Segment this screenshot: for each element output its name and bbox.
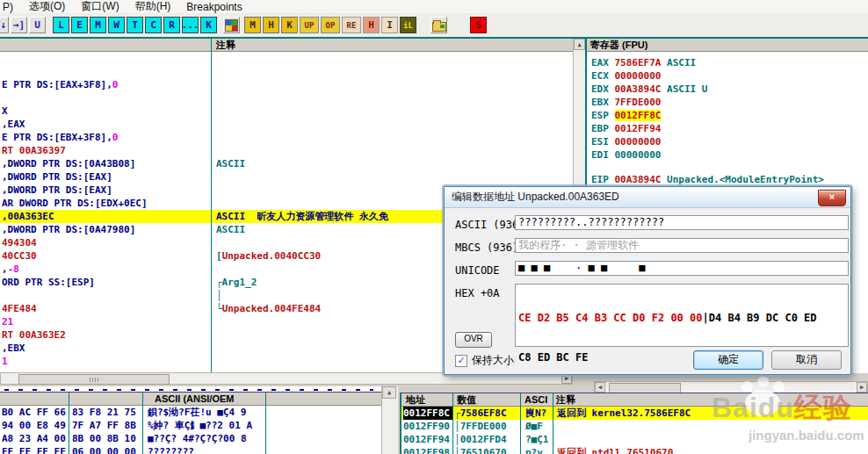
scroll-up-icon[interactable]: ▲ — [382, 386, 396, 399]
comment-segment: ┌Arg1_2 — [216, 277, 257, 288]
toolbar-button-step-over[interactable]: →] — [11, 17, 27, 33]
keep-size-checkbox-row: ✓ 保持大小 — [455, 353, 514, 368]
disasm-row[interactable] — [0, 91, 573, 104]
toolbar-button-more[interactable]: ... — [182, 17, 199, 33]
disasm-row[interactable]: X — [0, 104, 573, 118]
register-row-edx[interactable]: EDX 00A3894C ASCII U — [587, 83, 868, 96]
comment-segment: ASCII — [216, 158, 245, 169]
stack-row[interactable]: 0012FF94│0012FFD4?■Ç1 — [401, 433, 868, 446]
dump-divider — [69, 392, 69, 454]
close-icon[interactable]: × — [818, 190, 846, 206]
toolbar-button-handles[interactable]: H — [263, 17, 279, 33]
unicode-field[interactable]: ■ ■ ■ · ■ ■ ■ — [515, 261, 849, 276]
disasm-row[interactable]: E PTR DS:[EAX+3F8],0 — [0, 78, 573, 91]
stack-ascii: Ø■F — [525, 420, 554, 433]
register-row-esp[interactable]: ESP 0012FF8C — [587, 109, 868, 122]
register-spacer — [587, 162, 868, 173]
register-value: 00000000 — [615, 149, 662, 161]
disasm-code: RT 00A363E2 — [2, 328, 66, 342]
dump-row[interactable]: FF FF FF FF06 00 00 00???????? — [0, 445, 381, 454]
disasm-row[interactable]: ,EAX — [0, 118, 573, 131]
keep-size-label: 保持大小 — [472, 353, 514, 368]
toolbar-button-s[interactable]: S — [470, 17, 487, 33]
disassembly-hscroll-thumb[interactable] — [18, 374, 170, 385]
menu-item-options[interactable]: 选项(O) — [21, 0, 73, 14]
register-row-eip[interactable]: EIP 00A3894C Unpacked.<ModuleEntryPoint> — [587, 173, 868, 186]
toolbar-button-windows[interactable]: W — [108, 17, 125, 33]
hex-edit-field[interactable]: CE D2 B5 C4 B3 CC D0 F2 00 00|D4 B4 B9 D… — [515, 284, 849, 347]
toolbar-button-k2[interactable]: K — [281, 17, 298, 33]
register-row-eax[interactable]: EAX 7586EF7A ASCII — [587, 56, 868, 69]
disasm-row[interactable]: ,DWORD PTR DS:[EAX] — [0, 170, 573, 184]
toolbar-button-m2[interactable]: M — [244, 17, 261, 33]
toolbar-button-op[interactable]: OP — [321, 17, 340, 33]
toolbar-button-threads[interactable]: T — [127, 17, 143, 33]
checkbox-checked-icon[interactable]: ✓ — [455, 355, 467, 367]
menu-item-window[interactable]: 窗口(W) — [73, 0, 127, 14]
register-row-edi[interactable]: EDI 00000000 — [587, 148, 868, 162]
disasm-row[interactable]: RT 00A36397 — [0, 144, 573, 157]
toolbar-button-il[interactable]: iL — [400, 17, 416, 33]
menu-item-breakpoints[interactable]: Breakpoints — [178, 1, 250, 13]
code-segment: 494304 — [2, 237, 37, 249]
toolbar-button-plugin-colors[interactable] — [223, 17, 240, 33]
code-segment: E PTR DS:[EAX+3F8], — [2, 79, 112, 90]
stack-value-text: 76510670 — [460, 447, 507, 454]
hexdump-vscrollbar[interactable]: ▲ — [381, 386, 398, 454]
dump-hex-group1: FF FF FF FF — [2, 445, 66, 454]
stack-value: │76510670 — [454, 446, 507, 454]
toolbar-button-h2[interactable]: H — [363, 17, 380, 33]
toolbar-button-executables[interactable]: E — [71, 17, 88, 33]
register-row-esi[interactable]: ESI 00000000 — [587, 135, 868, 148]
dump-row[interactable]: B0 AC FF 6683 F8 21 75鋇?$泑?F茌!u ■Ç4 9 — [0, 406, 381, 419]
ok-button[interactable]: 确定 — [693, 350, 763, 370]
stack-row[interactable]: 0012FF98│76510670p?v返回到 ntdll.76510670 — [401, 446, 868, 454]
toolbar-button-memory[interactable]: M — [90, 17, 106, 33]
stack-row[interactable]: 0012FF90│7FFDE000Ø■F — [401, 420, 868, 433]
ovr-button[interactable]: OVR — [455, 332, 492, 348]
toolbar-button-re[interactable]: RE — [342, 17, 361, 33]
scroll-right-icon[interactable]: ▶ — [857, 382, 867, 393]
disasm-code: E PTR DS:[EBX+3F8],0 — [2, 131, 118, 144]
mbcs-936-field[interactable]: 我的程序· · 源管理软件 — [515, 238, 849, 253]
register-row-ecx[interactable]: ECX 00000000 — [587, 69, 868, 83]
register-decode: ASCII — [661, 57, 696, 68]
disasm-row[interactable] — [0, 52, 573, 65]
dump-row[interactable]: 94 00 E8 497F A7 FF 8B%妕? 車Ç釒■??2 01 A — [0, 419, 381, 432]
dump-row[interactable]: A8 23 A4 008B 00 8B 10■??Ç? 4#?Ç?Ç?00 8 — [0, 432, 381, 445]
register-value: 0012FF8C — [615, 110, 662, 121]
toolbar-button-up[interactable]: UP — [300, 17, 319, 33]
disasm-code: 1 — [2, 355, 8, 368]
toolbar-button-references[interactable]: R — [163, 17, 180, 33]
disasm-row[interactable]: E PTR DS:[EBX+3F8],0 — [0, 131, 573, 144]
stack-ascii: 峎N? — [525, 407, 554, 420]
register-name: EDX — [591, 83, 615, 95]
disasm-row[interactable] — [0, 65, 573, 78]
disasm-comment: [Unpacked.0040CC30 — [216, 249, 321, 263]
stack-value-text: 7FFDE000 — [460, 421, 507, 432]
stack-row[interactable]: 0012FF8C┌7586EF8C峎N?返回到 kernel32.7586EF8… — [401, 407, 868, 420]
cancel-button[interactable]: 取消 — [771, 350, 842, 370]
toolbar-button-cpu[interactable]: C — [145, 17, 162, 33]
register-row-ebp[interactable]: EBP 0012FF94 — [587, 122, 868, 135]
disasm-row[interactable]: ,DWORD PTR DS:[0A43B08]ASCII — [0, 157, 573, 170]
stack-header-row: 地址数值ASCI注释 — [401, 393, 868, 407]
disasm-code: ,EBX — [2, 342, 25, 355]
toolbar-button-restart[interactable]: ↓↓ — [0, 17, 9, 33]
toolbar-button-open-file[interactable] — [430, 17, 447, 33]
code-segment: 4FE484 — [2, 303, 37, 314]
dump-hex-group1: A8 23 A4 00 — [2, 432, 66, 445]
register-row-ebx[interactable]: EBX 7FFDE000 — [587, 96, 868, 109]
code-segment: ,DWORD PTR DS:[0A43B08] — [2, 158, 135, 169]
toolbar-button-i[interactable]: I — [381, 17, 398, 33]
dump-ascii: ■??Ç? 4#?Ç?Ç?00 8 — [148, 432, 264, 445]
toolbar-button-log[interactable]: L — [53, 17, 69, 33]
hex-field-label: HEX +0A — [455, 287, 500, 299]
ascii-936-field[interactable]: ?????????..???????????? — [515, 215, 849, 230]
scroll-up-icon[interactable]: ▲ — [574, 39, 585, 50]
menu-item-help[interactable]: 帮助(H) — [127, 0, 179, 14]
dump-body: B0 AC FF 6683 F8 21 75鋇?$泑?F茌!u ■Ç4 994 … — [0, 406, 381, 454]
menu-item-plugins-partial[interactable]: P) — [0, 1, 21, 13]
toolbar-button-u[interactable]: U — [29, 17, 46, 33]
toolbar-button-call-stack[interactable]: K — [200, 17, 217, 33]
